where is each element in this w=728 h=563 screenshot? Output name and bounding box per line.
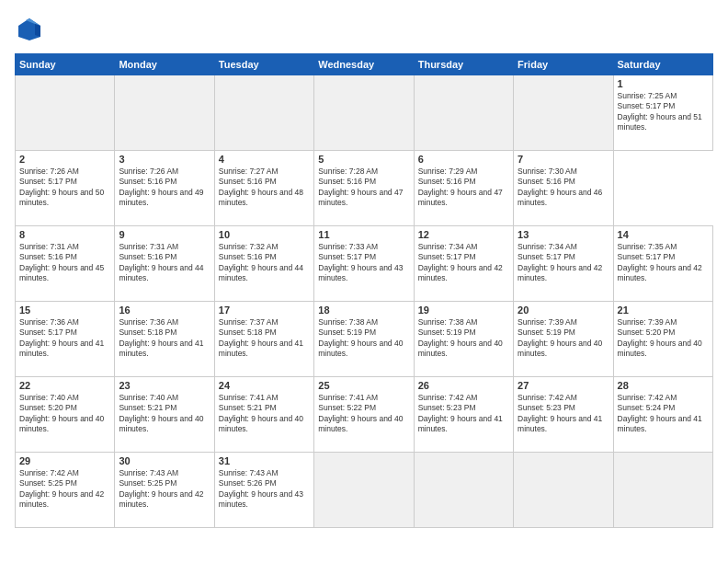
sunset: Sunset: 5:23 PM [518, 403, 575, 412]
sunset: Sunset: 5:19 PM [518, 327, 575, 337]
day-info: Sunrise: 7:42 AM Sunset: 5:23 PM Dayligh… [518, 393, 609, 435]
calendar-cell: 28 Sunrise: 7:42 AM Sunset: 5:24 PM Dayl… [613, 377, 712, 453]
sunset: Sunset: 5:18 PM [119, 327, 176, 337]
calendar-cell: 21 Sunrise: 7:39 AM Sunset: 5:20 PM Dayl… [613, 302, 712, 377]
daylight: Daylight: 9 hours and 41 minutes. [518, 414, 602, 433]
sunset: Sunset: 5:17 PM [418, 252, 476, 261]
calendar-cell: 27 Sunrise: 7:42 AM Sunset: 5:23 PM Dayl… [514, 377, 613, 453]
calendar-table: Sunday Monday Tuesday Wednesday Thursday… [15, 53, 713, 528]
calendar-cell: 26 Sunrise: 7:42 AM Sunset: 5:23 PM Dayl… [414, 377, 513, 453]
day-number: 18 [318, 304, 409, 316]
daylight: Daylight: 9 hours and 41 minutes. [19, 339, 104, 358]
day-number: 10 [219, 229, 310, 240]
day-info: Sunrise: 7:32 AM Sunset: 5:16 PM Dayligh… [219, 242, 310, 284]
calendar-header-row: Sunday Monday Tuesday Wednesday Thursday… [16, 54, 713, 75]
col-thursday: Thursday [414, 54, 513, 75]
sunrise: Sunrise: 7:37 AM [219, 317, 279, 327]
day-number: 29 [19, 455, 110, 466]
day-info: Sunrise: 7:42 AM Sunset: 5:23 PM Dayligh… [418, 393, 509, 435]
day-info: Sunrise: 7:34 AM Sunset: 5:17 PM Dayligh… [518, 242, 609, 284]
sunset: Sunset: 5:17 PM [318, 252, 376, 261]
sunset: Sunset: 5:21 PM [119, 403, 176, 412]
sunset: Sunset: 5:25 PM [19, 478, 77, 488]
day-info: Sunrise: 7:26 AM Sunset: 5:17 PM Dayligh… [19, 167, 110, 209]
day-info: Sunrise: 7:40 AM Sunset: 5:21 PM Dayligh… [119, 393, 210, 435]
day-info: Sunrise: 7:31 AM Sunset: 5:16 PM Dayligh… [119, 242, 210, 284]
daylight: Daylight: 9 hours and 41 minutes. [119, 339, 203, 358]
day-number: 23 [119, 380, 210, 391]
day-info: Sunrise: 7:35 AM Sunset: 5:17 PM Dayligh… [618, 242, 709, 284]
daylight: Daylight: 9 hours and 44 minutes. [219, 263, 303, 282]
day-info: Sunrise: 7:41 AM Sunset: 5:22 PM Dayligh… [318, 393, 409, 435]
day-number: 20 [518, 304, 609, 316]
calendar-cell: 15 Sunrise: 7:36 AM Sunset: 5:17 PM Dayl… [16, 302, 115, 377]
sunset: Sunset: 5:20 PM [618, 327, 676, 337]
calendar-cell: 2 Sunrise: 7:26 AM Sunset: 5:17 PM Dayli… [16, 151, 115, 226]
day-info: Sunrise: 7:26 AM Sunset: 5:16 PM Dayligh… [119, 167, 210, 209]
sunrise: Sunrise: 7:33 AM [318, 242, 378, 251]
calendar-cell: 6 Sunrise: 7:29 AM Sunset: 5:16 PM Dayli… [414, 151, 513, 226]
day-info: Sunrise: 7:38 AM Sunset: 5:19 PM Dayligh… [418, 317, 509, 360]
sunrise: Sunrise: 7:34 AM [418, 242, 478, 251]
sunset: Sunset: 5:24 PM [618, 403, 676, 412]
sunrise: Sunrise: 7:38 AM [318, 317, 378, 327]
sunset: Sunset: 5:18 PM [219, 327, 277, 337]
sunset: Sunset: 5:20 PM [19, 403, 77, 412]
day-number: 8 [19, 229, 110, 240]
daylight: Daylight: 9 hours and 42 minutes. [19, 489, 104, 509]
header [15, 15, 713, 44]
sunrise: Sunrise: 7:39 AM [618, 317, 677, 327]
sunrise: Sunrise: 7:42 AM [418, 393, 478, 402]
day-number: 11 [318, 229, 409, 240]
calendar-cell: 12 Sunrise: 7:34 AM Sunset: 5:17 PM Dayl… [414, 226, 513, 302]
day-info: Sunrise: 7:30 AM Sunset: 5:16 PM Dayligh… [518, 167, 609, 209]
daylight: Daylight: 9 hours and 40 minutes. [618, 339, 702, 358]
day-number: 28 [618, 380, 709, 391]
calendar-cell [414, 75, 513, 151]
sunrise: Sunrise: 7:32 AM [219, 242, 279, 251]
col-tuesday: Tuesday [214, 54, 313, 75]
daylight: Daylight: 9 hours and 48 minutes. [219, 188, 303, 207]
calendar-cell: 10 Sunrise: 7:32 AM Sunset: 5:16 PM Dayl… [214, 226, 313, 302]
day-info: Sunrise: 7:34 AM Sunset: 5:17 PM Dayligh… [418, 242, 509, 284]
daylight: Daylight: 9 hours and 41 minutes. [219, 339, 303, 358]
day-info: Sunrise: 7:40 AM Sunset: 5:20 PM Dayligh… [19, 393, 110, 435]
day-number: 7 [518, 154, 609, 165]
day-info: Sunrise: 7:29 AM Sunset: 5:16 PM Dayligh… [418, 167, 509, 209]
calendar-cell: 29 Sunrise: 7:42 AM Sunset: 5:25 PM Dayl… [16, 453, 115, 528]
calendar-week-row: 29 Sunrise: 7:42 AM Sunset: 5:25 PM Dayl… [16, 453, 713, 528]
calendar-cell: 24 Sunrise: 7:41 AM Sunset: 5:21 PM Dayl… [214, 377, 313, 453]
sunset: Sunset: 5:19 PM [318, 327, 376, 337]
daylight: Daylight: 9 hours and 40 minutes. [19, 414, 104, 433]
sunrise: Sunrise: 7:27 AM [219, 167, 279, 176]
sunrise: Sunrise: 7:35 AM [618, 242, 677, 251]
sunrise: Sunrise: 7:39 AM [518, 317, 577, 327]
day-info: Sunrise: 7:42 AM Sunset: 5:25 PM Dayligh… [19, 468, 110, 511]
daylight: Daylight: 9 hours and 47 minutes. [318, 188, 403, 207]
sunset: Sunset: 5:16 PM [19, 252, 77, 261]
calendar-cell: 3 Sunrise: 7:26 AM Sunset: 5:16 PM Dayli… [115, 151, 214, 226]
day-number: 24 [219, 380, 310, 391]
calendar-cell: 4 Sunrise: 7:27 AM Sunset: 5:16 PM Dayli… [214, 151, 313, 226]
sunset: Sunset: 5:26 PM [219, 478, 277, 488]
sunset: Sunset: 5:17 PM [518, 252, 575, 261]
col-saturday: Saturday [613, 54, 712, 75]
sunset: Sunset: 5:16 PM [119, 177, 176, 186]
daylight: Daylight: 9 hours and 42 minutes. [119, 489, 203, 509]
daylight: Daylight: 9 hours and 40 minutes. [518, 339, 602, 358]
sunset: Sunset: 5:21 PM [219, 403, 277, 412]
day-number: 1 [618, 78, 709, 89]
sunrise: Sunrise: 7:36 AM [119, 317, 178, 327]
day-info: Sunrise: 7:39 AM Sunset: 5:20 PM Dayligh… [618, 317, 709, 360]
day-number: 9 [119, 229, 210, 240]
day-number: 15 [19, 304, 110, 316]
sunrise: Sunrise: 7:36 AM [19, 317, 79, 327]
day-info: Sunrise: 7:25 AM Sunset: 5:17 PM Dayligh… [618, 91, 709, 133]
sunrise: Sunrise: 7:42 AM [518, 393, 577, 402]
calendar-cell: 16 Sunrise: 7:36 AM Sunset: 5:18 PM Dayl… [115, 302, 214, 377]
calendar-cell [314, 453, 414, 528]
day-number: 2 [19, 154, 110, 165]
daylight: Daylight: 9 hours and 42 minutes. [518, 263, 602, 282]
calendar-cell: 25 Sunrise: 7:41 AM Sunset: 5:22 PM Dayl… [314, 377, 414, 453]
daylight: Daylight: 9 hours and 40 minutes. [119, 414, 203, 433]
